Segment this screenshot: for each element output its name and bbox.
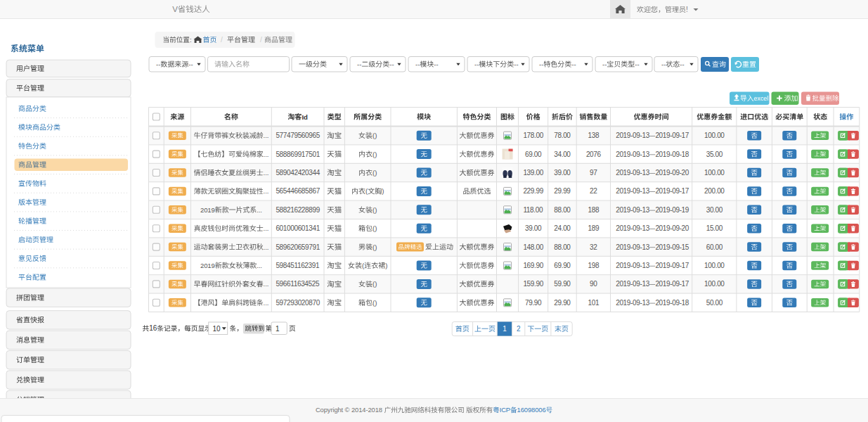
svg-text:(): () (373, 299, 377, 307)
svg-text:...: ... (264, 224, 269, 232)
svg-text:/: / (221, 36, 223, 44)
svg-text:59.90: 59.90 (554, 280, 571, 288)
svg-text:22: 22 (590, 187, 597, 195)
svg-text:565446685867: 565446685867 (276, 187, 320, 195)
svg-text:--: -- (474, 60, 479, 68)
svg-text:2019-09-18: 2019-09-18 (655, 151, 689, 158)
svg-text:97: 97 (590, 169, 597, 177)
svg-text:2019-09-13: 2019-09-13 (616, 224, 649, 232)
svg-text:2019-09-20: 2019-09-20 (655, 169, 689, 177)
svg-text:178.00: 178.00 (523, 132, 543, 139)
svg-text:101: 101 (588, 299, 600, 307)
svg-text:139.00: 139.00 (523, 169, 543, 177)
svg-text:588216228899: 588216228899 (276, 206, 320, 214)
svg-text:(): () (373, 224, 377, 232)
svg-text:100.00: 100.00 (704, 280, 725, 288)
svg-text:60.00: 60.00 (706, 243, 723, 251)
svg-text:2019-09-19: 2019-09-19 (655, 206, 689, 214)
svg-text:(): () (373, 151, 377, 158)
svg-text:...: ... (264, 169, 269, 177)
svg-text:589042420344: 589042420344 (276, 169, 320, 177)
svg-text:577479560965: 577479560965 (276, 132, 320, 139)
svg-text:159.90: 159.90 (523, 280, 543, 288)
svg-text:Id: Id (302, 113, 308, 121)
svg-text:Copyright © 2014-2018: Copyright © 2014-2018 (316, 406, 382, 414)
svg-text:198: 198 (588, 262, 600, 269)
svg-text:88.00: 88.00 (554, 243, 571, 251)
svg-text:2019-09-13: 2019-09-13 (616, 187, 649, 195)
svg-text:2019-09-20: 2019-09-20 (655, 224, 689, 232)
svg-text:69.90: 69.90 (554, 262, 571, 269)
svg-text:2019-09-17: 2019-09-17 (655, 280, 689, 288)
svg-text:2019-09-13: 2019-09-13 (616, 132, 649, 139)
svg-text:24.00: 24.00 (554, 224, 571, 232)
svg-text:29.90: 29.90 (554, 299, 571, 307)
svg-text:50.00: 50.00 (706, 299, 723, 307)
svg-text:2019: 2019 (200, 262, 215, 269)
svg-text:--: -- (188, 60, 193, 68)
svg-text:--: -- (680, 60, 684, 68)
svg-text:2019-09-13: 2019-09-13 (616, 169, 649, 177)
svg-text:--: -- (434, 60, 438, 68)
svg-text:2019-09-13: 2019-09-13 (616, 243, 649, 251)
svg-text:79.90: 79.90 (525, 299, 542, 307)
svg-text:1: 1 (503, 325, 507, 333)
svg-text:--: -- (539, 60, 543, 68)
svg-text:(): () (373, 280, 377, 288)
svg-text:...: ... (264, 132, 269, 139)
svg-text:...: ... (264, 299, 269, 307)
svg-text:--: -- (156, 60, 160, 68)
svg-text:--: -- (571, 60, 576, 68)
svg-text:90: 90 (590, 280, 597, 288)
svg-text:(): () (373, 206, 377, 214)
svg-text:39.00: 39.00 (554, 169, 571, 177)
svg-text:2019-09-15: 2019-09-15 (655, 243, 689, 251)
svg-text:100.00: 100.00 (704, 169, 725, 177)
svg-text:169.90: 169.90 (523, 262, 543, 269)
svg-text:69.00: 69.00 (525, 151, 542, 158)
svg-text:2019: 2019 (200, 206, 215, 214)
svg-text:...: ... (257, 206, 262, 214)
svg-text:2019-09-17: 2019-09-17 (655, 132, 689, 139)
svg-text:!: ! (686, 6, 688, 13)
svg-text:589620659791: 589620659791 (276, 243, 320, 251)
svg-text:200.00: 200.00 (704, 187, 725, 195)
svg-text:100.00: 100.00 (704, 262, 725, 269)
svg-text:34.00: 34.00 (554, 151, 571, 158)
svg-text:29.99: 29.99 (554, 187, 571, 195)
svg-text:): ) (382, 187, 384, 195)
svg-text:--: -- (602, 60, 607, 68)
svg-text:...: ... (264, 187, 269, 195)
svg-text:596611634525: 596611634525 (276, 280, 320, 288)
svg-text:2019-09-17: 2019-09-17 (655, 187, 689, 195)
svg-text:--: -- (661, 60, 666, 68)
svg-text:138: 138 (588, 132, 600, 139)
svg-text:2019-09-13: 2019-09-13 (616, 262, 649, 269)
svg-text:10: 10 (213, 325, 221, 333)
svg-text:...: ... (264, 151, 269, 158)
svg-text:(): () (373, 243, 377, 251)
svg-text:100.00: 100.00 (704, 132, 725, 139)
svg-text:--: -- (635, 60, 639, 68)
svg-text:30.00: 30.00 (706, 206, 723, 214)
svg-text:16: 16 (149, 324, 157, 332)
svg-text:601000601341: 601000601341 (276, 224, 320, 232)
svg-text:597293020870: 597293020870 (276, 299, 320, 307)
svg-text:118.00: 118.00 (523, 206, 543, 214)
svg-text:1: 1 (276, 325, 280, 333)
svg-text:): ) (385, 262, 387, 269)
svg-text:2019-09-13: 2019-09-13 (616, 299, 649, 307)
svg-text:(): () (373, 169, 377, 177)
svg-text:...: ... (264, 243, 269, 251)
svg-text:2: 2 (517, 325, 521, 333)
svg-text:88.00: 88.00 (554, 206, 571, 214)
svg-text:39.00: 39.00 (525, 224, 542, 232)
svg-text:189: 189 (588, 224, 600, 232)
svg-text:598451162391: 598451162391 (276, 262, 320, 269)
svg-text:...: ... (264, 280, 269, 288)
svg-text:/: / (260, 36, 262, 44)
svg-text:--: -- (357, 60, 361, 68)
svg-text:2019-09-13: 2019-09-13 (616, 206, 649, 214)
svg-text:188: 188 (588, 206, 600, 214)
svg-text:2019-09-17: 2019-09-17 (655, 262, 689, 269)
